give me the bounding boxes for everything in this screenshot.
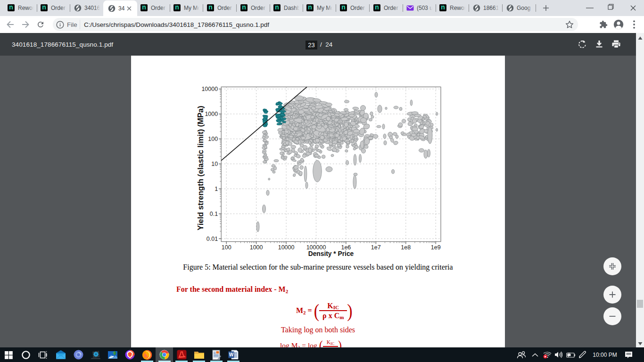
svg-text:1e8: 1e8 xyxy=(401,244,411,251)
svg-text:1: 1 xyxy=(215,186,218,192)
svg-text:0.01: 0.01 xyxy=(206,236,218,242)
svg-text:0.1: 0.1 xyxy=(210,211,218,217)
svg-text:1000: 1000 xyxy=(205,111,218,117)
svg-text:1e7: 1e7 xyxy=(371,244,381,251)
svg-text:Density * Price: Density * Price xyxy=(308,250,354,257)
svg-text:1000: 1000 xyxy=(250,244,263,251)
svg-text:W: W xyxy=(229,352,234,357)
svg-text:1e9: 1e9 xyxy=(431,244,441,251)
svg-text:100: 100 xyxy=(208,136,218,142)
svg-text:Yield strength (elastic limit): Yield strength (elastic limit) (MPa) xyxy=(196,106,205,230)
svg-text:10: 10 xyxy=(211,161,218,167)
svg-text:10000: 10000 xyxy=(201,86,218,92)
svg-text:10000: 10000 xyxy=(278,244,295,251)
svg-text:100: 100 xyxy=(222,244,231,251)
